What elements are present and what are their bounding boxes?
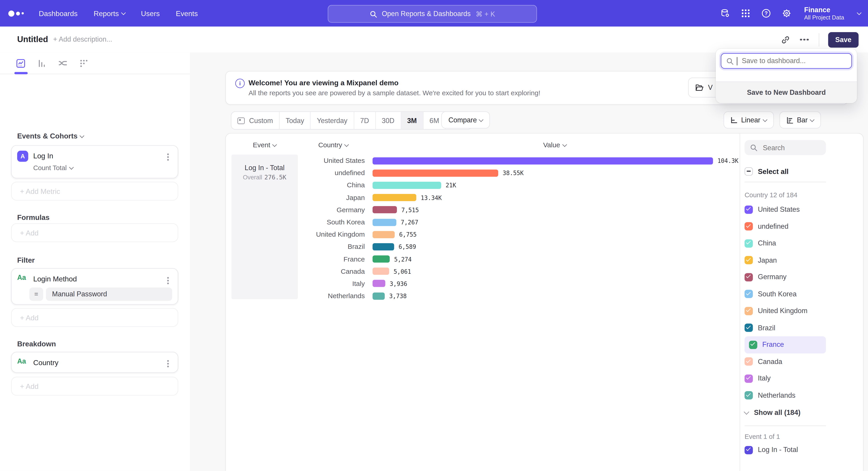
- country-filter-item[interactable]: United Kingdom: [740, 302, 822, 319]
- save-to-dashboard-field[interactable]: [721, 53, 852, 69]
- country-filter-item[interactable]: Netherlands: [740, 387, 822, 404]
- breakdown-kebab-icon[interactable]: [167, 363, 169, 364]
- country-filter-item[interactable]: Italy: [740, 370, 822, 387]
- country-filter-checkbox[interactable]: [745, 256, 753, 264]
- add-description-button[interactable]: + Add description...: [53, 35, 112, 43]
- chevron-down-icon: [763, 117, 767, 122]
- mixpanel-logo-icon[interactable]: [8, 10, 27, 16]
- column-header-country[interactable]: Country: [298, 141, 369, 149]
- chart-bar[interactable]: [373, 280, 385, 287]
- breakdown-card-country[interactable]: Aa Country: [11, 352, 178, 373]
- save-button[interactable]: Save: [828, 32, 859, 48]
- chart-bar[interactable]: [373, 182, 441, 189]
- select-all-row[interactable]: Select all: [745, 166, 863, 176]
- country-filter-item[interactable]: United States: [740, 201, 822, 218]
- data-management-icon[interactable]: [720, 8, 730, 18]
- nav-item-reports[interactable]: Reports: [94, 9, 125, 18]
- country-filter-checkbox[interactable]: [745, 205, 753, 214]
- country-filter-item[interactable]: South Korea: [740, 286, 822, 302]
- help-icon[interactable]: ?: [761, 8, 771, 18]
- add-breakdown-button[interactable]: + Add: [11, 377, 178, 395]
- country-filter-item[interactable]: France: [745, 336, 826, 353]
- country-filter-checkbox[interactable]: [745, 391, 753, 400]
- chart-bar[interactable]: [373, 243, 394, 251]
- country-filter-item[interactable]: Canada: [740, 353, 822, 370]
- metric-event-name[interactable]: Log In: [33, 152, 53, 160]
- chart-bar[interactable]: [373, 157, 713, 165]
- country-filter-item[interactable]: Japan: [740, 252, 822, 269]
- filter-kebab-icon[interactable]: [167, 280, 169, 282]
- chart-bar[interactable]: [373, 231, 395, 238]
- breakdown-property-name[interactable]: Country: [33, 358, 59, 367]
- series-search-input[interactable]: [762, 143, 819, 152]
- date-range-today[interactable]: Today: [280, 112, 311, 129]
- chart-bar[interactable]: [373, 268, 389, 275]
- copy-link-icon[interactable]: [781, 35, 790, 44]
- chart-bar[interactable]: [373, 292, 385, 299]
- save-to-dashboard-input[interactable]: [741, 57, 843, 65]
- nav-right: ? Finance All Project Data: [720, 0, 861, 27]
- date-range-custom[interactable]: Custom: [231, 112, 280, 129]
- metric-card-log-in[interactable]: A Log In Count Total: [11, 145, 178, 178]
- event-filter-checkbox[interactable]: [745, 446, 753, 454]
- country-filter-item[interactable]: Brazil: [740, 319, 822, 336]
- nav-item-users[interactable]: Users: [141, 9, 160, 18]
- tab-retention[interactable]: [79, 58, 89, 68]
- metric-kebab-icon[interactable]: [167, 156, 169, 158]
- country-filter-item[interactable]: China: [740, 235, 822, 252]
- column-header-value[interactable]: Value: [369, 141, 741, 149]
- metric-aggregation[interactable]: Count Total: [33, 164, 73, 172]
- global-search-button[interactable]: Open Reports & Dashboards ⌘ + K: [328, 5, 537, 23]
- country-filter-checkbox[interactable]: [745, 290, 753, 298]
- tab-flows[interactable]: [58, 58, 68, 68]
- tab-funnels[interactable]: [37, 58, 46, 68]
- add-filter-button[interactable]: + Add: [11, 308, 178, 327]
- show-all-button[interactable]: Show all (184): [745, 408, 863, 417]
- column-header-event[interactable]: Event: [231, 141, 298, 149]
- select-all-checkbox[interactable]: [745, 167, 753, 175]
- chevron-down-icon: [121, 10, 126, 15]
- tab-insights[interactable]: [16, 58, 26, 68]
- country-filter-checkbox[interactable]: [749, 341, 757, 349]
- date-range-30d[interactable]: 30D: [376, 112, 401, 129]
- filter-card-login-method[interactable]: Aa Login Method = Manual Password: [11, 268, 178, 305]
- chart-bar[interactable]: [373, 206, 397, 213]
- project-scope: All Project Data: [804, 14, 844, 21]
- country-filter-checkbox[interactable]: [745, 307, 753, 315]
- country-filter-checkbox[interactable]: [745, 357, 753, 366]
- date-range-7d[interactable]: 7D: [354, 112, 375, 129]
- country-filter-checkbox[interactable]: [745, 374, 753, 383]
- chart-bar[interactable]: [373, 256, 390, 263]
- country-filter-checkbox[interactable]: [745, 273, 753, 282]
- add-formula-button[interactable]: + Add: [11, 223, 178, 242]
- event-filter-item[interactable]: Log In - Total: [740, 442, 822, 459]
- filter-value[interactable]: Manual Password: [46, 288, 172, 301]
- chart-bar[interactable]: [373, 194, 416, 201]
- compare-button[interactable]: Compare: [441, 111, 490, 128]
- save-to-new-dashboard-button[interactable]: Save to New Dashboard: [716, 82, 857, 103]
- report-title[interactable]: Untitled: [17, 34, 48, 44]
- add-metric-button[interactable]: + Add Metric: [11, 182, 178, 200]
- event-name: Log In - Total: [231, 164, 298, 172]
- nav-item-events[interactable]: Events: [176, 9, 198, 18]
- project-switcher[interactable]: Finance All Project Data: [804, 6, 844, 21]
- date-range-3m[interactable]: 3M: [401, 112, 423, 129]
- date-range-yesterday[interactable]: Yesterday: [311, 112, 354, 129]
- nav-item-dashboards[interactable]: Dashboards: [39, 9, 78, 18]
- more-options-icon[interactable]: [803, 39, 805, 41]
- country-filter-checkbox[interactable]: [745, 223, 753, 231]
- scale-selector-button[interactable]: Linear: [723, 111, 774, 128]
- chart-type-selector-button[interactable]: Bar: [779, 111, 821, 128]
- chart-bar[interactable]: [373, 170, 498, 177]
- country-filter-item[interactable]: Germany: [740, 269, 822, 286]
- country-filter-item[interactable]: undefined: [740, 218, 822, 235]
- chart-bar[interactable]: [373, 218, 396, 226]
- country-filter-checkbox[interactable]: [745, 324, 753, 332]
- filter-operator[interactable]: =: [29, 288, 43, 301]
- events-section-header[interactable]: Events & Cohorts: [17, 132, 84, 140]
- series-search[interactable]: [745, 140, 826, 155]
- apps-grid-icon[interactable]: [741, 8, 750, 18]
- settings-gear-icon[interactable]: [781, 8, 792, 18]
- country-filter-checkbox[interactable]: [745, 239, 753, 247]
- filter-property-name[interactable]: Login Method: [33, 275, 77, 283]
